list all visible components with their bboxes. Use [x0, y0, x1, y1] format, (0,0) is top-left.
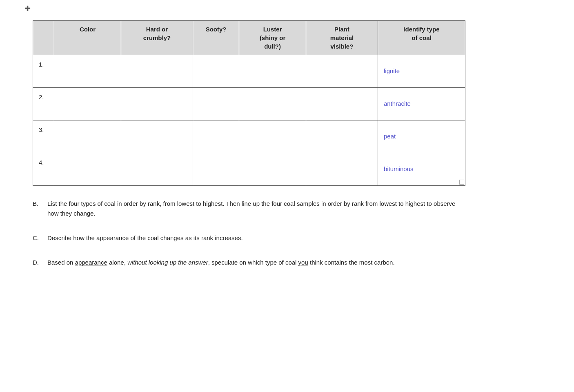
question-c-text: Describe how the appearance of the coal …	[47, 233, 465, 243]
header-color: Color	[54, 21, 121, 55]
question-d-text: Based on appearance alone, without looki…	[47, 258, 465, 267]
move-handle[interactable]: ✚	[24, 4, 31, 13]
questions-section: B. List the four types of coal in order …	[33, 199, 465, 267]
row1-answer: lignite	[384, 59, 459, 74]
header-identify: Identify typeof coal	[378, 21, 465, 55]
question-c-letter: C.	[33, 233, 47, 243]
row1-hard[interactable]	[121, 55, 193, 88]
row4-answer: bituminous	[384, 157, 459, 172]
question-d-letter: D.	[33, 258, 47, 267]
question-c: C. Describe how the appearance of the co…	[33, 233, 465, 243]
question-b-text: List the four types of coal in order by …	[47, 199, 465, 218]
row1-identify[interactable]: lignite	[378, 55, 465, 88]
row2-num: 2.	[33, 88, 54, 120]
row2-plant[interactable]	[306, 88, 378, 120]
row3-identify[interactable]: peat	[378, 120, 465, 153]
row2-sooty[interactable]	[193, 88, 239, 120]
row2-hard[interactable]	[121, 88, 193, 120]
row3-plant[interactable]	[306, 120, 378, 153]
table-row: 3. peat	[33, 120, 465, 153]
underline-you: you	[298, 259, 308, 266]
question-d: D. Based on appearance alone, without lo…	[33, 258, 465, 267]
row4-hard[interactable]	[121, 153, 193, 186]
row4-identify[interactable]: bituminous	[378, 153, 465, 186]
row4-luster[interactable]	[239, 153, 306, 186]
resize-handle[interactable]	[459, 180, 464, 185]
row2-identify[interactable]: anthracite	[378, 88, 465, 120]
row1-plant[interactable]	[306, 55, 378, 88]
row4-color[interactable]	[54, 153, 121, 186]
table-row: 1. lignite	[33, 55, 465, 88]
coal-table: Color Hard orcrumbly? Sooty? Luster(shin…	[33, 20, 465, 186]
row1-color[interactable]	[54, 55, 121, 88]
row3-luster[interactable]	[239, 120, 306, 153]
row4-plant[interactable]	[306, 153, 378, 186]
row1-luster[interactable]	[239, 55, 306, 88]
header-hard: Hard orcrumbly?	[121, 21, 193, 55]
header-luster: Luster(shiny ordull?)	[239, 21, 306, 55]
row4-sooty[interactable]	[193, 153, 239, 186]
table-row: 4. bituminous	[33, 153, 465, 186]
coal-table-wrapper: Color Hard orcrumbly? Sooty? Luster(shin…	[33, 20, 550, 186]
row2-color[interactable]	[54, 88, 121, 120]
row2-luster[interactable]	[239, 88, 306, 120]
underline-appearance: appearance	[75, 259, 107, 266]
question-b: B. List the four types of coal in order …	[33, 199, 465, 218]
question-b-letter: B.	[33, 199, 47, 218]
header-plant: Plantmaterialvisible?	[306, 21, 378, 55]
row2-answer: anthracite	[384, 92, 459, 107]
row3-num: 3.	[33, 120, 54, 153]
header-sooty: Sooty?	[193, 21, 239, 55]
header-rownum	[33, 21, 54, 55]
row1-num: 1.	[33, 55, 54, 88]
row3-sooty[interactable]	[193, 120, 239, 153]
italic-phrase: without looking up the answer	[127, 259, 208, 266]
table-header-row: Color Hard orcrumbly? Sooty? Luster(shin…	[33, 21, 465, 55]
row3-hard[interactable]	[121, 120, 193, 153]
row1-sooty[interactable]	[193, 55, 239, 88]
row3-color[interactable]	[54, 120, 121, 153]
row4-num: 4.	[33, 153, 54, 186]
row3-answer: peat	[384, 125, 459, 140]
table-row: 2. anthracite	[33, 88, 465, 120]
